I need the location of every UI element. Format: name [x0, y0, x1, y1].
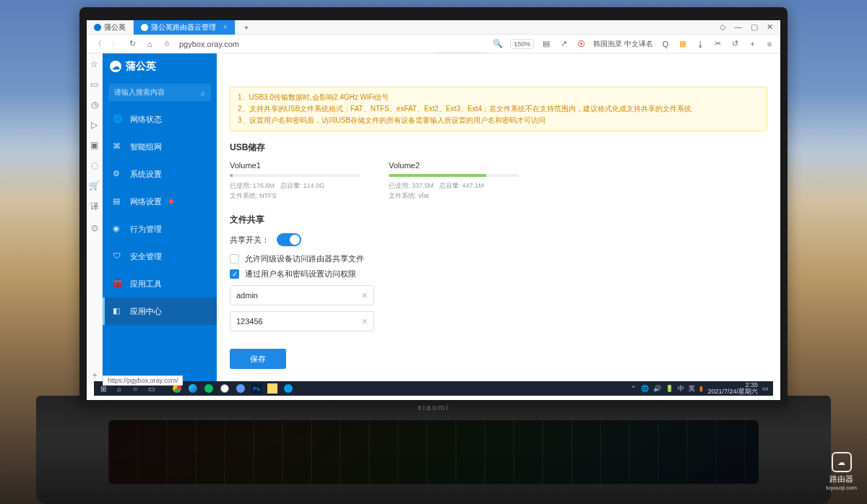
add-icon[interactable]: ＋ [747, 38, 757, 49]
book-icon[interactable]: ▭ [90, 79, 98, 90]
new-tab-button[interactable]: ＋ [236, 20, 257, 35]
clear-icon[interactable]: ✕ [361, 317, 368, 326]
sidebar-item-smart-network[interactable]: ⌘智能组网 [103, 133, 217, 160]
download-icon[interactable]: ⭳ [695, 40, 705, 48]
headset-icon[interactable]: ⊙ [91, 223, 98, 233]
edge-icon[interactable] [188, 383, 198, 394]
wechat-icon[interactable] [204, 383, 214, 394]
scissors-icon[interactable]: ✂ [712, 39, 722, 48]
watermark-url: luyouqi.com [826, 485, 857, 491]
reload-icon[interactable]: ↻ [127, 39, 137, 48]
password-field[interactable]: 123456 ✕ [230, 311, 374, 331]
forward-icon[interactable]: 〉 [110, 38, 120, 49]
back-icon[interactable]: 〈 [92, 38, 103, 49]
laptop-base: xiaomi [36, 396, 831, 504]
photoshop-icon[interactable]: Ps [251, 383, 262, 394]
share-icon[interactable]: ↗ [558, 39, 569, 48]
shield-icon[interactable]: ☆ [162, 39, 172, 48]
switch-label: 共享开关： [230, 235, 269, 246]
url-field[interactable]: pgybox.oray.com [179, 40, 486, 48]
translate-rail-icon[interactable]: 译 [90, 201, 99, 213]
menu-icon[interactable]: ≡ [764, 40, 775, 48]
close-window-icon[interactable]: ✕ [767, 22, 773, 32]
security-icon[interactable] [236, 383, 246, 394]
username-field[interactable]: admin ✕ [230, 285, 374, 305]
tray-icon[interactable]: ⌃ [631, 385, 637, 392]
add-rail-icon[interactable]: ＋ [90, 369, 99, 381]
watermark: ☁ 路由器 luyouqi.com [826, 452, 857, 491]
laptop-keyboard [108, 420, 759, 484]
usage-bar [389, 174, 519, 177]
brand-logo[interactable]: ☁ 蒲公英 [103, 53, 217, 79]
translate-label[interactable]: 韩国泡菜 中文译名 [593, 39, 653, 49]
taskbar-clock[interactable]: 2:35 2021/7/24/星期六 [707, 382, 758, 395]
sidebar-search[interactable]: 请输入搜索内容 ⌕ [108, 84, 211, 101]
app-sidebar: ☁ 蒲公英 请输入搜索内容 ⌕ 🌐网络状态 ⌘智能组网 ⚙系统设置 ▤网络设置 … [103, 53, 217, 386]
notifications-icon[interactable]: ▭ [762, 385, 769, 392]
sidebar-item-label: 应用中心 [130, 306, 162, 317]
checkbox-unchecked-icon[interactable] [230, 254, 239, 264]
share-toggle[interactable] [277, 233, 301, 246]
volume-card: Volume1 已使用: 176.6M 总容量: 114.0G 文件系统: NT… [230, 161, 360, 201]
share-switch-row: 共享开关： [230, 233, 767, 246]
tool-icon: 🧰 [113, 279, 123, 289]
sidebar-item-network-settings[interactable]: ▤网络设置 [103, 188, 217, 215]
clear-icon[interactable]: ✕ [361, 291, 368, 300]
sidebar-item-tools[interactable]: 🧰应用工具 [103, 270, 217, 297]
notice-line: 2、支持共享的USB文件系统格式：FAT、NTFS、exFAT、Ext2、Ext… [238, 103, 759, 115]
home-icon[interactable]: ⌂ [144, 40, 155, 48]
option-auth-access[interactable]: ✓ 通过用户名和密码设置访问权限 [230, 269, 767, 279]
sidebar-item-label: 系统设置 [130, 169, 162, 180]
tray-icon[interactable]: ▮ [699, 385, 703, 392]
sidebar-item-system-settings[interactable]: ⚙系统设置 [103, 160, 217, 188]
bookmark-icon[interactable]: ☆ [90, 59, 98, 69]
browser-tab-active[interactable]: 蒲公英路由器云管理 × [134, 20, 236, 35]
minimize-icon[interactable]: — [734, 22, 742, 32]
usage-bar [230, 174, 360, 177]
pin-icon[interactable]: ◇ [720, 22, 725, 32]
save-button[interactable]: 保存 [230, 349, 286, 369]
search-placeholder: 请输入搜索内容 [114, 87, 165, 97]
volume-meta: 已使用: 337.5M 总容量: 447.1M 文件系统: vfat [389, 181, 519, 201]
sidebar-item-label: 智能组网 [130, 142, 162, 152]
tray-icon[interactable]: 🔊 [653, 385, 661, 392]
tray-icon[interactable]: 🌐 [641, 385, 649, 392]
video-icon[interactable]: ▷ [91, 120, 98, 130]
app-icon[interactable] [220, 383, 230, 394]
browser-tab[interactable]: 蒲公英 [87, 20, 134, 35]
tab-title: 蒲公英 [104, 22, 126, 32]
tray-icon[interactable]: 🔋 [665, 385, 673, 392]
reader-icon[interactable]: ▤ [541, 39, 551, 48]
sidebar-item-network-status[interactable]: 🌐网络状态 [103, 105, 217, 133]
game-icon[interactable]: ▦ [678, 39, 688, 48]
browser-side-rail: ☆ ▭ ◷ ▷ ▣ ◌ 🛒 译 ⊙ ＋ [87, 53, 103, 386]
cart-icon[interactable]: 🛒 [89, 181, 100, 191]
checkbox-checked-icon[interactable]: ✓ [230, 269, 239, 279]
search-icon[interactable]: Q [660, 40, 670, 48]
badge-dot-icon [169, 199, 173, 204]
explorer-icon[interactable] [267, 383, 277, 394]
ime-icon[interactable]: 中 [678, 384, 684, 394]
volume-meta: 已使用: 176.6M 总容量: 114.0G 文件系统: NTFS [230, 181, 360, 201]
translate-icon[interactable]: ⦿ [576, 40, 586, 48]
history-icon[interactable]: ↺ [730, 39, 740, 48]
app-icon[interactable]: ▣ [90, 140, 98, 150]
sidebar-item-behavior[interactable]: ◉行为管理 [103, 215, 217, 243]
system-tray: ⌃ 🌐 🔊 🔋 中 英 ▮ 2:35 2021/7/24/星期六 ▭ [631, 382, 769, 395]
nodes-icon: ⌘ [113, 142, 123, 152]
sidebar-item-app-center[interactable]: ◧应用中心 [103, 297, 217, 325]
media-icon[interactable] [283, 383, 293, 394]
zoom-icon[interactable]: 🔍 [493, 39, 503, 48]
maximize-icon[interactable]: ▢ [751, 22, 758, 32]
sidebar-item-security[interactable]: 🛡安全管理 [103, 243, 217, 270]
zoom-level[interactable]: 150% [510, 39, 534, 49]
option-label: 通过用户名和密码设置访问权限 [245, 269, 356, 279]
chat-icon[interactable]: ◌ [91, 160, 98, 170]
option-peer-access[interactable]: 允许同级设备访问路由器共享文件 [230, 253, 767, 264]
sidebar-item-label: 行为管理 [130, 224, 162, 235]
laptop-bezel: 蒲公英 蒲公英路由器云管理 × ＋ ◇ — ▢ ✕ 〈 〉 [79, 7, 788, 404]
close-icon[interactable]: × [223, 23, 228, 31]
clock-icon[interactable]: ◷ [91, 100, 98, 110]
ime-icon[interactable]: 英 [689, 384, 695, 394]
sidebar-nav: 🌐网络状态 ⌘智能组网 ⚙系统设置 ▤网络设置 ◉行为管理 🛡安全管理 🧰应用工… [103, 105, 217, 386]
